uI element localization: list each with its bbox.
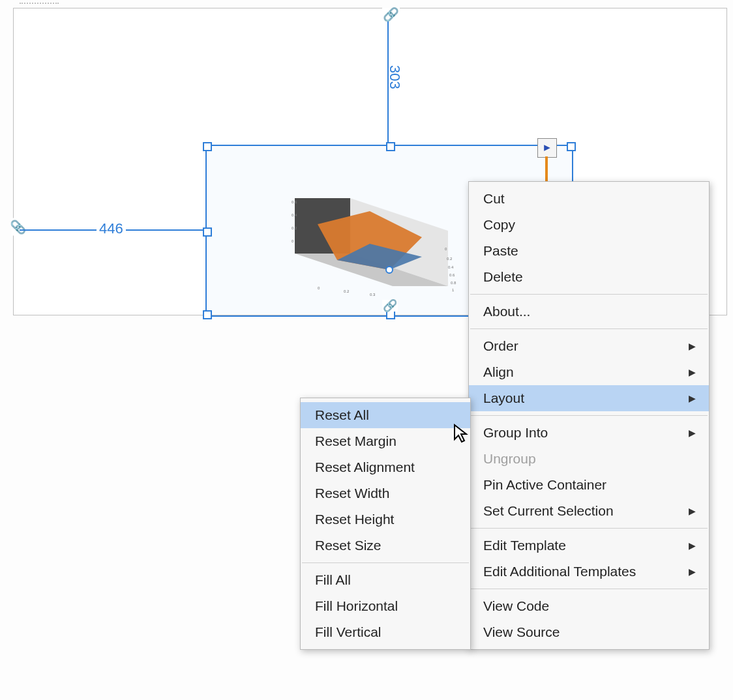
menu-set-current-selection-label: Set Current Selection: [483, 503, 614, 519]
menu-edit-template-label: Edit Template: [483, 538, 566, 553]
submenu-fill-vertical[interactable]: Fill Vertical: [301, 619, 470, 645]
svg-text:0: 0: [292, 239, 294, 243]
svg-text:0.4: 0.4: [292, 213, 297, 217]
menu-separator: [470, 589, 708, 589]
svg-point-5: [386, 267, 393, 273]
menu-align-label: Align: [483, 364, 514, 380]
submenu-reset-all-label: Reset All: [315, 407, 369, 423]
menu-ungroup: Ungroup: [469, 446, 709, 472]
svg-text:0: 0: [318, 286, 320, 290]
submenu-arrow-icon: ▶: [689, 540, 696, 551]
submenu-reset-size-label: Reset Size: [315, 538, 381, 553]
menu-copy[interactable]: Copy: [469, 212, 709, 238]
horizontal-dimension-label: 446: [97, 220, 126, 237]
menu-group-into[interactable]: Group Into ▶: [469, 420, 709, 446]
submenu-fill-horizontal[interactable]: Fill Horizontal: [301, 593, 470, 619]
menu-paste[interactable]: Paste: [469, 238, 709, 264]
layout-submenu[interactable]: Reset All Reset Margin Reset Alignment R…: [300, 398, 471, 650]
menu-align[interactable]: Align ▶: [469, 359, 709, 385]
resize-handle-top-right[interactable]: [567, 142, 576, 151]
submenu-reset-all[interactable]: Reset All: [301, 402, 470, 428]
adorner-connector: [545, 156, 548, 182]
submenu-reset-size[interactable]: Reset Size: [301, 532, 470, 559]
submenu-arrow-icon: ▶: [689, 428, 696, 438]
surface-plot-3d: 0.6 0.4 0.2 0 0 0.2 0.3 0 0.2 0.4 0.6 0.…: [292, 192, 461, 302]
menu-cut-label: Cut: [483, 191, 505, 207]
submenu-arrow-icon: ▶: [689, 341, 696, 351]
design-canvas[interactable]: 🔗 303 🔗 446: [0, 0, 733, 700]
menu-separator: [470, 415, 708, 416]
context-menu[interactable]: Cut Copy Paste Delete About... Order ▶ A…: [468, 181, 710, 650]
menu-edit-template[interactable]: Edit Template ▶: [469, 532, 709, 559]
submenu-fill-horizontal-label: Fill Horizontal: [315, 598, 398, 614]
resize-handle-top-middle[interactable]: [386, 142, 395, 151]
submenu-fill-all-label: Fill All: [315, 572, 351, 588]
menu-order[interactable]: Order ▶: [469, 333, 709, 359]
svg-text:0.3: 0.3: [370, 293, 376, 297]
menu-copy-label: Copy: [483, 217, 515, 233]
menu-cut[interactable]: Cut: [469, 186, 709, 212]
menu-pin-label: Pin Active Container: [483, 477, 606, 493]
menu-view-code-label: View Code: [483, 598, 549, 614]
svg-text:0.8: 0.8: [451, 281, 456, 285]
resize-handle-bottom-left[interactable]: [203, 310, 212, 319]
ruler-tick: [20, 3, 59, 8]
svg-text:0.6: 0.6: [449, 273, 455, 277]
menu-order-label: Order: [483, 338, 518, 354]
svg-text:0.4: 0.4: [448, 265, 454, 269]
svg-text:1: 1: [452, 288, 455, 292]
menu-about-label: About...: [483, 304, 530, 319]
submenu-reset-margin-label: Reset Margin: [315, 433, 396, 449]
submenu-reset-height[interactable]: Reset Height: [301, 506, 470, 532]
menu-delete[interactable]: Delete: [469, 264, 709, 290]
menu-delete-label: Delete: [483, 269, 523, 285]
menu-view-code[interactable]: View Code: [469, 593, 709, 619]
menu-layout-label: Layout: [483, 390, 524, 406]
svg-text:0.2: 0.2: [292, 226, 297, 230]
resize-handle-top-left[interactable]: [203, 142, 212, 151]
submenu-fill-vertical-label: Fill Vertical: [315, 624, 381, 640]
menu-separator: [470, 528, 708, 529]
link-icon-bottom: 🔗: [382, 300, 398, 312]
submenu-reset-width[interactable]: Reset Width: [301, 480, 470, 506]
submenu-reset-width-label: Reset Width: [315, 486, 389, 501]
submenu-reset-margin[interactable]: Reset Margin: [301, 428, 470, 454]
menu-pin-active-container[interactable]: Pin Active Container: [469, 472, 709, 498]
link-icon-left: 🔗: [12, 218, 25, 236]
svg-text:0.2: 0.2: [344, 289, 350, 293]
svg-text:0.2: 0.2: [447, 257, 453, 261]
link-icon-top: 🔗: [382, 8, 400, 21]
submenu-arrow-icon: ▶: [689, 566, 696, 577]
menu-about[interactable]: About...: [469, 299, 709, 325]
menu-separator: [470, 328, 708, 329]
menu-group-into-label: Group Into: [483, 425, 548, 441]
resize-handle-middle-left[interactable]: [203, 227, 212, 237]
smart-tag-adorner[interactable]: [537, 138, 557, 158]
submenu-fill-all[interactable]: Fill All: [301, 567, 470, 593]
menu-layout[interactable]: Layout ▶: [469, 385, 709, 411]
submenu-arrow-icon: ▶: [689, 393, 696, 403]
submenu-reset-height-label: Reset Height: [315, 512, 394, 527]
menu-separator: [470, 294, 708, 295]
submenu-reset-alignment[interactable]: Reset Alignment: [301, 454, 470, 480]
svg-marker-19: [544, 145, 550, 151]
submenu-arrow-icon: ▶: [689, 506, 696, 516]
menu-edit-additional-templates[interactable]: Edit Additional Templates ▶: [469, 559, 709, 585]
menu-edit-additional-templates-label: Edit Additional Templates: [483, 564, 636, 579]
menu-view-source-label: View Source: [483, 624, 560, 640]
vertical-dimension-label: 303: [386, 65, 403, 89]
svg-text:0.6: 0.6: [292, 200, 297, 204]
menu-ungroup-label: Ungroup: [483, 451, 536, 467]
menu-set-current-selection[interactable]: Set Current Selection ▶: [469, 498, 709, 524]
submenu-reset-alignment-label: Reset Alignment: [315, 459, 415, 475]
menu-view-source[interactable]: View Source: [469, 619, 709, 645]
menu-separator: [302, 562, 469, 563]
submenu-arrow-icon: ▶: [689, 367, 696, 377]
menu-paste-label: Paste: [483, 243, 518, 259]
